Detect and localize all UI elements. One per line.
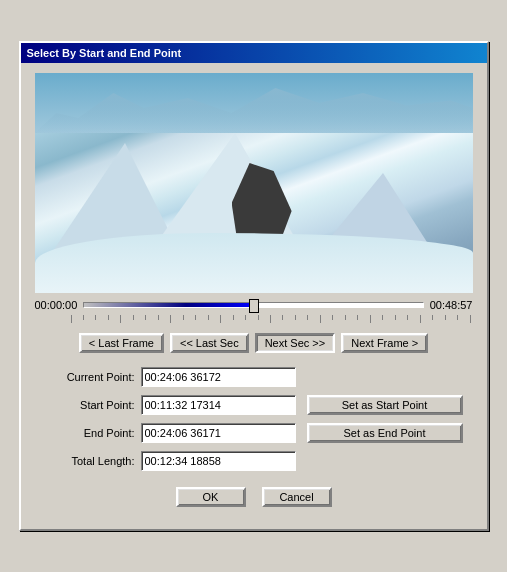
tick xyxy=(282,315,283,320)
tick xyxy=(320,315,321,323)
tick xyxy=(407,315,408,320)
tick xyxy=(183,315,184,320)
start-point-label: Start Point: xyxy=(45,399,135,411)
total-length-input[interactable] xyxy=(141,451,296,471)
tick xyxy=(220,315,221,323)
current-point-label: Current Point: xyxy=(45,371,135,383)
video-preview xyxy=(35,73,473,293)
total-length-label: Total Length: xyxy=(45,455,135,467)
end-point-input[interactable] xyxy=(141,423,296,443)
set-start-point-button[interactable]: Set as Start Point xyxy=(307,395,463,415)
playback-buttons: < Last Frame << Last Sec Next Sec >> Nex… xyxy=(35,333,473,353)
start-point-input[interactable] xyxy=(141,395,296,415)
tick xyxy=(208,315,209,320)
next-frame-button[interactable]: Next Frame > xyxy=(341,333,428,353)
dialog-body: 00:00:00 00:48:57 xyxy=(21,63,487,517)
end-point-label: End Point: xyxy=(45,427,135,439)
tick xyxy=(470,315,471,323)
last-sec-button[interactable]: << Last Sec xyxy=(170,333,249,353)
start-time-label: 00:00:00 xyxy=(35,299,78,311)
tick xyxy=(145,315,146,320)
snow-ground xyxy=(35,233,473,293)
tick xyxy=(307,315,308,320)
end-time-label: 00:48:57 xyxy=(430,299,473,311)
ticks xyxy=(71,315,473,323)
tick xyxy=(258,315,259,320)
tick xyxy=(357,315,358,320)
tick xyxy=(95,315,96,320)
fields-grid: Current Point: Start Point: Set as Start… xyxy=(35,367,473,471)
video-frame xyxy=(35,73,473,293)
cancel-button[interactable]: Cancel xyxy=(262,487,332,507)
tick xyxy=(457,315,458,320)
slider-thumb[interactable] xyxy=(249,299,259,313)
dialog-window: Select By Start and End Point 00:00:00 0… xyxy=(19,41,489,531)
tick xyxy=(170,315,171,323)
tick xyxy=(71,315,72,323)
tick xyxy=(370,315,371,323)
tick xyxy=(245,315,246,320)
tick-row xyxy=(35,315,473,325)
tick xyxy=(345,315,346,320)
tick xyxy=(195,315,196,320)
tick xyxy=(158,315,159,320)
tick xyxy=(445,315,446,320)
ok-button[interactable]: OK xyxy=(176,487,246,507)
next-sec-button[interactable]: Next Sec >> xyxy=(255,333,336,353)
tick xyxy=(395,315,396,320)
ok-cancel-row: OK Cancel xyxy=(35,487,473,507)
tick xyxy=(108,315,109,320)
tick xyxy=(120,315,121,323)
tick xyxy=(332,315,333,320)
set-end-point-button[interactable]: Set as End Point xyxy=(307,423,463,443)
timeline-slider[interactable] xyxy=(83,302,423,308)
timeline-row: 00:00:00 00:48:57 xyxy=(35,299,473,311)
tick xyxy=(295,315,296,320)
slider-fill xyxy=(84,303,253,307)
last-frame-button[interactable]: < Last Frame xyxy=(79,333,164,353)
tick xyxy=(270,315,271,323)
tick xyxy=(233,315,234,320)
tick xyxy=(420,315,421,323)
tick xyxy=(133,315,134,320)
title-bar: Select By Start and End Point xyxy=(21,43,487,63)
tick xyxy=(432,315,433,320)
tick xyxy=(382,315,383,320)
current-point-input[interactable] xyxy=(141,367,296,387)
tick xyxy=(83,315,84,320)
title-text: Select By Start and End Point xyxy=(27,47,182,59)
